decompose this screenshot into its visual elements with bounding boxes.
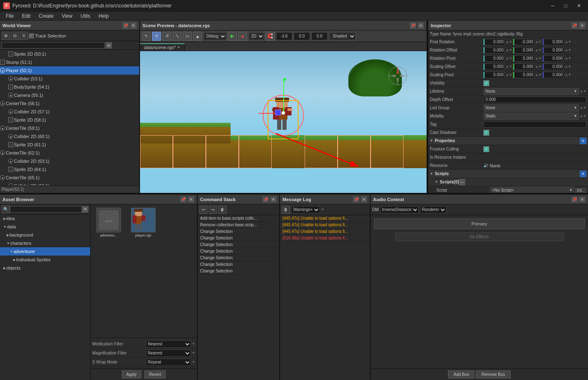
scaling-offset-x[interactable] — [483, 63, 505, 70]
asset-tree-item-objects[interactable]: ▶ objects — [0, 264, 90, 272]
rotation-pivot-y[interactable] — [513, 55, 534, 62]
asset-item-adventurer[interactable]: sprite adventur... — [92, 206, 125, 239]
asset-content-grid[interactable]: sprite adventur... — [91, 204, 197, 338]
wv-copy-button[interactable]: ⎘ — [20, 32, 28, 40]
cmd-clear-button[interactable]: 🗑 — [218, 206, 226, 214]
msg-clear-button[interactable]: 🗑 — [282, 206, 290, 214]
scene-play-button[interactable]: ▶ — [228, 32, 237, 41]
inspector-close-button[interactable]: ✕ — [579, 22, 586, 29]
wv-tree-item[interactable]: ● Collider (53:1) — [0, 75, 139, 83]
edit-script-button[interactable]: Ed... — [575, 188, 586, 193]
cmd-redo-button[interactable]: ↪ — [209, 206, 217, 214]
minimize-button[interactable]: ─ — [547, 2, 558, 10]
asset-item-player-rgs[interactable]: player.rgs — [127, 206, 160, 239]
world-viewer-tree[interactable]: □ Sprite 2D (50:1) □ Stump (51:1) ● Play… — [0, 50, 139, 185]
scaling-pivot-z[interactable] — [543, 72, 564, 78]
script-select[interactable]: <No Script> ▼ — [490, 187, 574, 193]
lifetime-select[interactable]: None ▼ — [483, 88, 579, 95]
asset-apply-button[interactable]: Apply — [122, 371, 141, 378]
post-rotation-z[interactable] — [543, 39, 564, 45]
asset-search-input[interactable] — [10, 206, 82, 213]
scaling-pivot-z-arrow[interactable]: ▲▼ — [565, 73, 572, 77]
scene-rotate-tool[interactable]: ↺ — [162, 32, 171, 41]
command-stack-item[interactable]: Add item to base.scripts colle... — [198, 215, 279, 222]
rotation-offset-z-arrow[interactable]: ▲▼ — [565, 48, 572, 52]
wv-tree-item[interactable]: □ Sprite 2D (58:1) — [0, 116, 139, 124]
audio-context-close-button[interactable]: ✕ — [579, 196, 586, 203]
scripts-add-button[interactable]: + — [580, 171, 586, 177]
asset-tree-item-adventurer[interactable]: ▼ adventurer — [0, 247, 90, 256]
asset-search-button[interactable]: 🔍 — [2, 205, 10, 213]
post-rotation-y-arrow[interactable]: ▲▼ — [535, 40, 542, 44]
rotation-pivot-x-arrow[interactable]: ▲▼ — [506, 56, 512, 60]
audio-remove-bus-button[interactable]: Remove Bus — [476, 371, 510, 378]
scripts-section-header[interactable]: ▼ Scripts + — [428, 170, 588, 178]
world-viewer-pin-button[interactable]: 📌 — [122, 22, 129, 29]
rotation-offset-y-arrow[interactable]: ▲▼ — [535, 48, 542, 52]
rotation-pivot-z[interactable] — [543, 55, 564, 62]
scaling-offset-y[interactable] — [513, 63, 534, 70]
post-rotation-y[interactable] — [513, 39, 534, 45]
command-stack-item[interactable]: Remove collection base.scrip... — [198, 222, 279, 228]
scaling-pivot-y-arrow[interactable]: ▲▼ — [535, 73, 542, 77]
scaling-offset-x-arrow[interactable]: ▲▼ — [506, 65, 512, 68]
post-rotation-x[interactable] — [483, 39, 505, 45]
scene-x-input[interactable] — [276, 32, 292, 40]
wv-tree-item[interactable]: □ Sprite 2D (50:1) — [0, 50, 139, 58]
command-stack-item[interactable]: Change Selection — [198, 261, 279, 268]
rotation-offset-y[interactable] — [513, 47, 534, 54]
scene-stop-button[interactable]: ■ — [238, 32, 247, 41]
command-stack-close-button[interactable]: ✕ — [270, 196, 277, 203]
mobility-select[interactable]: Static ▼ — [483, 113, 579, 120]
rotation-pivot-z-arrow[interactable]: ▲▼ — [565, 56, 572, 60]
min-filter-select[interactable]: Nearest — [146, 340, 191, 348]
properties-section-header[interactable]: ▼ Properties + — [428, 137, 588, 145]
asset-browser-pin-button[interactable]: 📌 — [180, 196, 187, 203]
tag-input[interactable] — [483, 121, 586, 128]
scene-terrain-tool[interactable]: ▲ — [193, 32, 202, 41]
wv-expand-button[interactable]: ⊞ — [2, 32, 10, 40]
menu-file[interactable]: File — [2, 12, 18, 20]
lod-group-right-arrow[interactable]: ▲▼ — [580, 106, 586, 110]
wv-tree-item[interactable]: □ BodySprite (54:1) — [0, 83, 139, 91]
message-log-list[interactable]: [445.47s] Unable to load options fi...[4… — [280, 215, 370, 380]
world-viewer-search-input[interactable] — [2, 42, 105, 49]
wv-tree-item[interactable]: □ Sprite 2D (61:1) — [0, 141, 139, 149]
scene-tab-close-icon[interactable]: ✕ — [177, 45, 180, 49]
audio-renderer-select[interactable]: Renderer — [420, 206, 446, 213]
maximize-button[interactable]: □ — [560, 2, 572, 10]
world-viewer-search-close[interactable]: ✕ — [105, 42, 112, 49]
wv-tree-item[interactable]: ● Collider 2D (57:1) — [0, 108, 139, 116]
scene-view-mode-select[interactable]: 2D — [248, 32, 264, 40]
wv-tree-item[interactable]: ● Player (52:1) — [0, 66, 139, 75]
scene-y-input[interactable] — [294, 32, 310, 40]
wv-tree-item[interactable]: ● CenterTile (65:1) — [0, 174, 139, 182]
scaling-pivot-x[interactable] — [483, 72, 505, 78]
command-stack-item[interactable]: Change Selection — [198, 228, 279, 235]
wv-collapse-button[interactable]: ⊟ — [11, 32, 19, 40]
wv-tree-item[interactable]: ● Collider 2D (60:1) — [0, 132, 139, 141]
post-rotation-z-arrow[interactable]: ▲▼ — [565, 40, 572, 44]
asset-search-close[interactable]: ✕ — [82, 206, 89, 213]
command-stack-item[interactable]: Change Selection — [198, 255, 279, 261]
asset-browser-close-button[interactable]: ✕ — [188, 196, 194, 203]
command-stack-list[interactable]: Add item to base.scripts colle...Remove … — [198, 215, 279, 380]
scaling-pivot-x-arrow[interactable]: ▲▼ — [506, 73, 512, 77]
wrap-mode-select[interactable]: Repeat — [146, 359, 191, 366]
wv-tree-item[interactable]: ● CenterTile (56:1) — [0, 99, 139, 108]
scaling-offset-z[interactable] — [543, 63, 564, 70]
cast-shadows-checkbox[interactable]: ✓ — [483, 130, 489, 136]
scripts0-section-header[interactable]: ▼ Scripts[0] − — [428, 178, 588, 186]
scene-z-input[interactable] — [311, 32, 328, 40]
frustum-culling-checkbox[interactable]: ✓ — [483, 146, 489, 152]
wv-tree-item[interactable]: □ Stump (51:1) — [0, 58, 139, 66]
cmd-undo-button[interactable]: ↩ — [199, 206, 208, 214]
message-log-close-button[interactable]: ✕ — [361, 196, 367, 203]
asset-tree-item-idea[interactable]: ▶ idea — [0, 214, 90, 223]
command-stack-pin-button[interactable]: 📌 — [262, 196, 269, 203]
scene-scale-tool[interactable]: ⤡ — [173, 32, 182, 41]
menu-utils[interactable]: Utils — [77, 12, 94, 20]
track-selection-checkbox[interactable]: ✓ — [29, 33, 34, 38]
scene-rect-tool[interactable]: ▭ — [183, 32, 192, 41]
command-stack-item[interactable]: Change Selection — [198, 235, 279, 242]
